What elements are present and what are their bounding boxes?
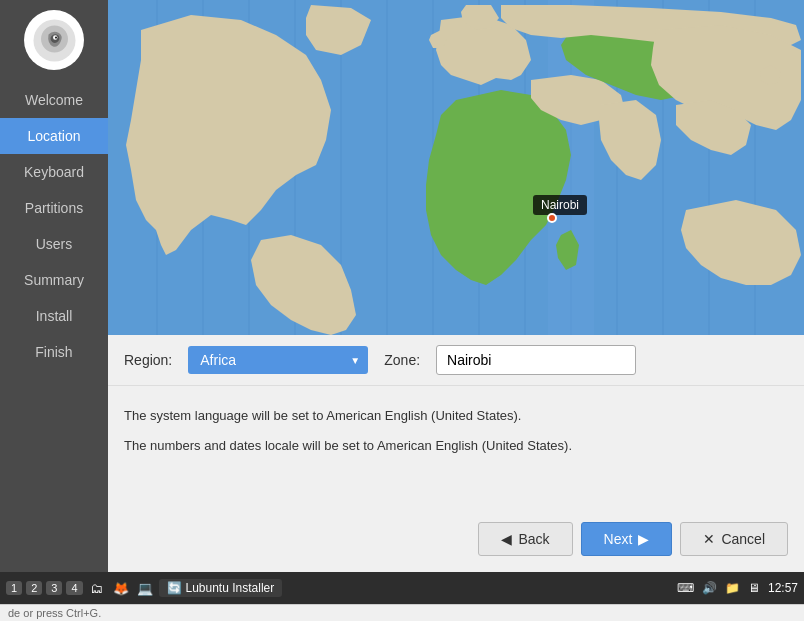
next-label: Next: [604, 531, 633, 547]
tip-text: de or press Ctrl+G.: [8, 607, 101, 619]
taskbar-num-2[interactable]: 2: [26, 581, 42, 595]
taskbar-keyboard-icon: ⌨: [677, 581, 694, 595]
taskbar-time: 12:57: [768, 581, 798, 595]
taskbar-icon-browser[interactable]: 🦊: [111, 578, 131, 598]
app-logo: [24, 10, 84, 70]
taskbar: 1 2 3 4 🗂 🦊 💻 🔄 Lubuntu Installer ⌨ 🔊 📁 …: [0, 572, 804, 604]
taskbar-num-1[interactable]: 1: [6, 581, 22, 595]
cancel-button[interactable]: ✕ Cancel: [680, 522, 788, 556]
info-area: The system language will be set to Ameri…: [108, 386, 804, 512]
cancel-icon: ✕: [703, 531, 715, 547]
sidebar-item-partitions[interactable]: Partitions: [0, 190, 108, 226]
sidebar-item-summary[interactable]: Summary: [0, 262, 108, 298]
taskbar-volume-icon[interactable]: 🔊: [702, 581, 717, 595]
region-select[interactable]: Africa America Asia Atlantic Australia E…: [188, 346, 368, 374]
taskbar-num-4[interactable]: 4: [66, 581, 82, 595]
cancel-label: Cancel: [721, 531, 765, 547]
svg-point-2: [54, 36, 56, 38]
next-button[interactable]: Next ▶: [581, 522, 673, 556]
region-label: Region:: [124, 352, 172, 368]
region-select-wrapper[interactable]: Africa America Asia Atlantic Australia E…: [188, 346, 368, 374]
taskbar-app-installer[interactable]: 🔄 Lubuntu Installer: [159, 579, 283, 597]
zone-label: Zone:: [384, 352, 420, 368]
sidebar-item-keyboard[interactable]: Keyboard: [0, 154, 108, 190]
taskbar-icon-terminal[interactable]: 💻: [135, 578, 155, 598]
taskbar-monitor-icon[interactable]: 🖥: [748, 581, 760, 595]
main-window: Welcome Location Keyboard Partitions Use…: [0, 0, 804, 572]
taskbar-left: 1 2 3 4 🗂 🦊 💻 🔄 Lubuntu Installer: [6, 578, 282, 598]
world-map: [108, 0, 804, 335]
back-button[interactable]: ◀ Back: [478, 522, 572, 556]
content-area: Nairobi Region: Africa America Asia Atla…: [108, 0, 804, 572]
back-label: Back: [518, 531, 549, 547]
tip-bar: de or press Ctrl+G.: [0, 604, 804, 621]
sidebar-item-finish[interactable]: Finish: [0, 334, 108, 370]
city-marker: [547, 213, 557, 223]
taskbar-app-label: Lubuntu Installer: [186, 581, 275, 595]
taskbar-num-3[interactable]: 3: [46, 581, 62, 595]
taskbar-icon-files[interactable]: 🗂: [87, 578, 107, 598]
info-line1: The system language will be set to Ameri…: [124, 406, 788, 426]
info-line2: The numbers and dates locale will be set…: [124, 436, 788, 456]
back-icon: ◀: [501, 531, 512, 547]
sidebar-item-welcome[interactable]: Welcome: [0, 82, 108, 118]
sidebar-item-install[interactable]: Install: [0, 298, 108, 334]
sidebar-item-location[interactable]: Location: [0, 118, 108, 154]
taskbar-folder-icon[interactable]: 📁: [725, 581, 740, 595]
zone-input[interactable]: [436, 345, 636, 375]
sidebar: Welcome Location Keyboard Partitions Use…: [0, 0, 108, 572]
region-zone-row: Region: Africa America Asia Atlantic Aus…: [108, 335, 804, 386]
taskbar-right: ⌨ 🔊 📁 🖥 12:57: [677, 581, 798, 595]
sidebar-item-users[interactable]: Users: [0, 226, 108, 262]
next-icon: ▶: [638, 531, 649, 547]
map-container[interactable]: Nairobi: [108, 0, 804, 335]
button-row: ◀ Back Next ▶ ✕ Cancel: [108, 512, 804, 572]
taskbar-app-icon: 🔄: [167, 581, 182, 595]
